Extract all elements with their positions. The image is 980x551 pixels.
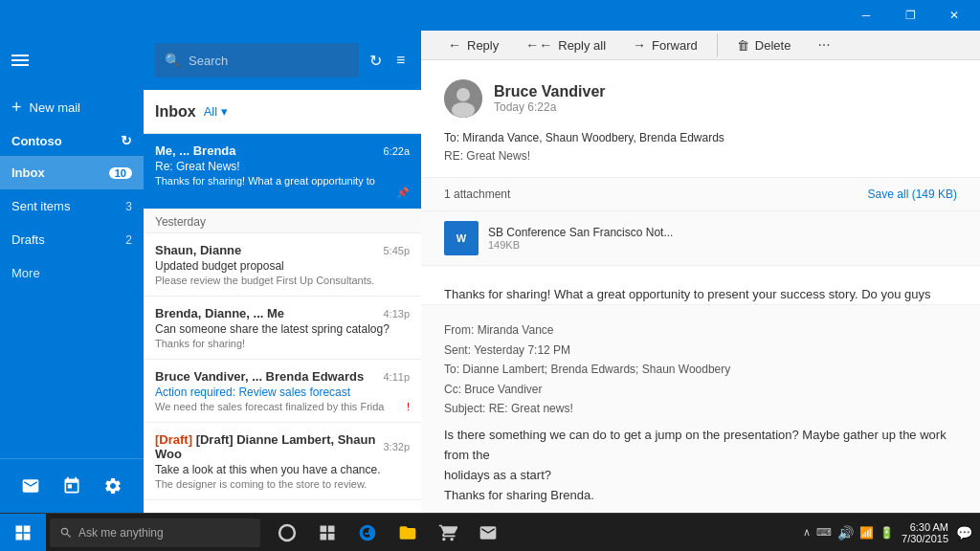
taskbar-task-view-icon[interactable]: [308, 514, 346, 552]
email-list-header: Inbox All ▾: [144, 90, 421, 134]
list-item[interactable]: Shaun, Dianne 5:45p Updated budget propo…: [144, 233, 421, 297]
email-subject: Action required: Review sales forecast: [155, 386, 410, 399]
search-bar: 🔍 ↻ ≡: [144, 31, 421, 90]
taskbar-explorer-icon[interactable]: [389, 514, 427, 552]
drafts-label: Drafts: [11, 232, 45, 247]
hamburger-button[interactable]: [0, 31, 144, 90]
email-column: 🔍 ↻ ≡ Inbox All ▾: [144, 31, 421, 513]
email-sender: Shaun, Dianne: [155, 243, 241, 257]
email-items: Me, ... Brenda 6:22a Re: Great News! Tha…: [144, 134, 421, 513]
email-subject: Re: Great News!: [155, 160, 410, 173]
email-preview: The designer is coming to the store to r…: [155, 478, 410, 490]
svg-rect-7: [321, 525, 327, 532]
new-mail-button[interactable]: + New mail: [0, 90, 144, 125]
attachment-item[interactable]: W SB Conference San Francisco Not... 149…: [421, 211, 980, 266]
email-sender: Brenda, Dianne, ... Me: [155, 306, 284, 320]
email-time: 4:13p: [383, 308, 410, 320]
list-item[interactable]: Brenda, Dianne, ... Me 4:13p Can someone…: [144, 297, 421, 360]
date-group: Yesterday: [144, 209, 421, 233]
footer-body-3: Thanks for sharing Brenda.: [444, 486, 957, 506]
minimize-button[interactable]: ─: [844, 0, 888, 31]
filter-button[interactable]: All ▾: [204, 104, 228, 119]
footer-to: To: Dianne Lambert; Brenda Edwards; Shau…: [444, 360, 957, 379]
sidebar-item-drafts[interactable]: Drafts 2: [0, 223, 144, 256]
chevron-icon[interactable]: ∧: [803, 526, 811, 539]
start-button[interactable]: [0, 514, 46, 552]
close-button[interactable]: ✕: [932, 0, 976, 31]
taskbar-search[interactable]: Ask me anything: [50, 518, 260, 547]
list-item[interactable]: Bruce Vandiver, ... Brenda Edwards 4:11p…: [144, 360, 421, 423]
sidebar-item-sent[interactable]: Sent items 3: [0, 189, 144, 223]
subject-line: RE: Great News!: [444, 147, 957, 165]
taskbar: Ask me anything ∧ ⌨ 🔊 📶 🔋 6:30 A: [0, 513, 980, 551]
email-list: Inbox All ▾ Me, ... Brenda 6:22a Re: Gre…: [144, 90, 421, 513]
taskbar-edge-icon[interactable]: [348, 514, 387, 552]
sent-badge: 3: [125, 200, 132, 213]
sidebar-item-inbox[interactable]: Inbox 10: [0, 156, 144, 189]
volume-icon[interactable]: 🔊: [837, 525, 854, 540]
draft-label: [Draft]: [155, 432, 192, 447]
email-subject: Can someone share the latest spring cata…: [155, 322, 410, 336]
email-time: 5:45p: [383, 245, 410, 256]
flag-icon: !: [407, 401, 410, 412]
reply-button[interactable]: ← Reply: [436, 32, 510, 58]
reply-all-button[interactable]: ←← Reply all: [514, 32, 617, 58]
search-input[interactable]: [189, 54, 349, 68]
notification-icon[interactable]: 💬: [956, 525, 972, 540]
email-subject: Updated budget proposal: [155, 259, 410, 273]
reply-icon: ←: [448, 37, 461, 53]
more-button[interactable]: ···: [810, 31, 837, 59]
forward-button[interactable]: → Forward: [621, 32, 709, 58]
sender-info: Bruce Vandiver Today 6:22a: [494, 83, 957, 114]
reply-all-icon: ←←: [525, 37, 552, 53]
date-display: 7/30/2015: [902, 533, 948, 544]
network-icon[interactable]: 📶: [859, 526, 874, 540]
refresh-button[interactable]: ↻: [367, 43, 385, 77]
sender-name: Bruce Vandiver: [494, 83, 957, 100]
footer-body-2: holidays as a start?: [444, 466, 957, 486]
mail-icon[interactable]: [13, 469, 48, 503]
nav-bottom-icons: [0, 458, 144, 513]
email-body: Thanks for sharing! What a great opportu…: [421, 266, 980, 304]
email-time: 4:11p: [383, 371, 410, 383]
email-header: Bruce Vandiver Today 6:22a To: Miranda V…: [421, 60, 980, 178]
list-item[interactable]: [Draft] [Draft] Dianne Lambert, Shaun Wo…: [144, 423, 421, 500]
filter-chevron-icon: ▾: [221, 104, 228, 119]
list-item[interactable]: Dakota Lack, Dianne Lambert 3:15p Sales …: [144, 500, 421, 513]
more-nav-item[interactable]: More: [0, 256, 144, 290]
menu-button[interactable]: ≡: [392, 43, 411, 77]
separator: [717, 33, 718, 56]
delete-button[interactable]: 🗑 Delete: [725, 33, 803, 58]
svg-rect-9: [321, 533, 327, 540]
main-window: ─ ❐ ✕ + New mail Contoso ↻ Inbox 10: [0, 0, 980, 513]
footer-meta: From: Miranda Vance Sent: Yesterday 7:12…: [444, 320, 957, 418]
inbox-badge: 10: [109, 167, 132, 179]
search-icon: 🔍: [165, 53, 181, 68]
footer-from: From: Miranda Vance: [444, 320, 957, 340]
calendar-icon[interactable]: [55, 469, 89, 503]
account-row[interactable]: Contoso ↻: [0, 125, 144, 156]
taskbar-mail-icon[interactable]: [469, 514, 507, 552]
svg-point-2: [452, 102, 475, 118]
list-item[interactable]: Me, ... Brenda 6:22a Re: Great News! Tha…: [144, 134, 421, 209]
new-mail-label: New mail: [30, 100, 80, 115]
keyboard-icon: ⌨: [816, 526, 832, 539]
action-bar: ← Reply ←← Reply all → Forward 🗑 Delete …: [421, 31, 980, 60]
plus-icon: +: [11, 98, 22, 118]
svg-rect-8: [328, 525, 335, 532]
taskbar-cortana-icon[interactable]: [268, 514, 306, 552]
maximize-button[interactable]: ❐: [888, 0, 932, 31]
taskbar-store-icon[interactable]: [429, 514, 467, 552]
footer-sent: Sent: Yesterday 7:12 PM: [444, 341, 957, 360]
time-display: 6:30 AM: [902, 521, 948, 533]
email-subject: Take a look at this when you have a chan…: [155, 463, 410, 476]
settings-icon[interactable]: [96, 469, 130, 503]
svg-rect-10: [328, 533, 335, 540]
search-input-wrap[interactable]: 🔍: [155, 43, 359, 77]
sync-icon[interactable]: ↻: [121, 133, 132, 148]
inbox-title: Inbox: [155, 103, 196, 121]
svg-rect-6: [24, 533, 31, 540]
footer-subject: Subject: RE: Great news!: [444, 399, 957, 418]
footer-body-1: Is there something we can do to get a ju…: [444, 426, 957, 466]
save-all-link[interactable]: Save all (149 KB): [868, 187, 957, 201]
